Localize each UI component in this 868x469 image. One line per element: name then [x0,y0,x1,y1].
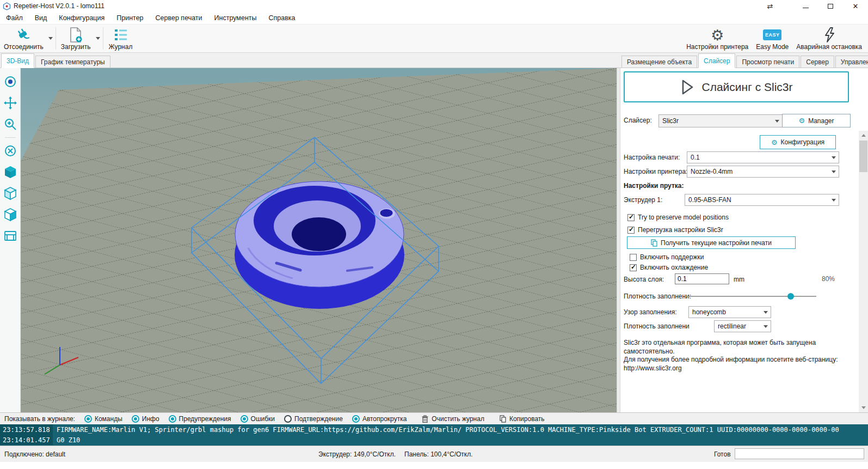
maximize-button[interactable] [818,0,843,12]
solid-pattern-value: rectilinear [718,322,746,330]
copy-log-label: Копировать [509,415,545,423]
tab-slicer[interactable]: Слайсер [698,53,735,68]
preserve-positions-checkbox[interactable] [627,214,635,221]
tab-object-placement[interactable]: Размещение объекта [621,56,697,68]
preserve-positions-row: Try to preserve model positions [627,214,729,221]
menu-view[interactable]: Вид [29,12,53,24]
menu-printer[interactable]: Принтер [110,12,149,24]
log-output[interactable]: 23:13:57.818 FIRMWARE_NAME:Marlin V1; Sp… [0,424,868,446]
manager-button[interactable]: ⚙ Manager [782,114,851,127]
scroll-up-icon[interactable] [859,131,868,140]
enable-support-checkbox[interactable] [630,254,637,261]
warnings-label: Предупреждения [179,415,231,423]
menu-file[interactable]: Файл [0,12,29,24]
load-menu-arrow[interactable] [95,25,102,52]
print-setting-dropdown[interactable]: 0.1 [687,151,839,163]
close-button[interactable]: ✕ [843,0,868,12]
move-view-icon[interactable] [2,95,19,111]
ack-toggle-icon[interactable] [284,415,292,423]
disconnect-menu-arrow[interactable] [47,25,54,52]
easy-mode-button[interactable]: EASY Easy Mode [752,25,792,52]
log-filter-label: Показывать в журнале: [4,415,75,423]
menu-tools[interactable]: Инструменты [208,12,263,24]
toggle-warnings[interactable]: Предупреждения [169,415,231,423]
log-message: G0 Z10 [53,436,80,444]
journal-button[interactable]: Журнал [104,25,137,52]
log-message: FIRMWARE_NAME:Marlin V1; Sprinter/grbl m… [53,426,839,434]
menu-config[interactable]: Конфигурация [53,12,110,24]
menu-print-server[interactable]: Сервер печати [150,12,208,24]
panel-scrollbar[interactable] [859,131,868,412]
zoom-icon[interactable] [2,116,19,132]
3d-viewport[interactable] [0,68,617,412]
minimize-button[interactable] [793,0,818,12]
autoscroll-toggle-icon[interactable] [352,415,360,423]
slic3r-info-line1: Slic3r это отдельная программа, которая … [624,339,865,356]
layer-height-input[interactable] [675,273,729,284]
infill-density-slider-track[interactable] [688,296,816,297]
slicer-dropdown[interactable]: Slic3r [658,114,783,127]
printer-settings-button[interactable]: ⚙ Настройки принтера [682,25,752,52]
toggle-info[interactable]: Инфо [132,415,159,423]
emergency-stop-button[interactable]: Аварийная остановка [792,25,866,52]
3d-scene[interactable] [21,68,617,412]
tab-server[interactable]: Сервер [801,56,834,68]
bottom-view-cube-icon[interactable] [2,206,19,223]
printer-setting-dropdown[interactable]: Nozzle-0.4mm [687,166,839,178]
toggle-autoscroll[interactable]: Автопрокрутка [352,415,407,423]
solid-pattern-dropdown[interactable]: rectilinear [714,320,771,332]
print-setting-value: 0.1 [691,154,700,161]
infill-pattern-label: Узор заполнения: [624,308,677,316]
commands-toggle-icon[interactable] [84,415,92,423]
infill-density-slider-thumb[interactable] [787,293,794,300]
infill-pattern-dropdown[interactable]: honeycomb [688,306,771,318]
info-toggle-icon[interactable] [132,415,139,423]
errors-toggle-icon[interactable] [241,415,248,423]
override-slic3r-checkbox[interactable] [627,227,635,234]
bottom-strip [0,462,868,469]
configuration-button[interactable]: ⚙ Конфигурация [760,135,836,149]
model-object[interactable] [235,181,404,309]
reset-view-icon[interactable] [2,143,19,159]
print-bed-icon[interactable] [2,228,19,244]
disconnect-button[interactable]: Отсоединить [0,25,47,52]
toggle-commands[interactable]: Команды [84,415,122,423]
tab-temperature-graph[interactable]: График температуры [35,56,110,68]
load-button[interactable]: Загрузить [57,25,95,52]
copy-log-button[interactable]: Копировать [500,415,545,423]
menu-help[interactable]: Справка [263,12,301,24]
enable-cooling-checkbox[interactable] [630,264,637,271]
slic3r-info-line2: Для получения более подробной информации… [624,356,865,364]
rotate-view-icon[interactable] [2,74,19,90]
app-logo-icon [3,2,11,10]
load-label: Загрузить [61,43,91,51]
enable-support-row: Включить поддержки [630,253,704,261]
panel-splitter[interactable] [617,68,620,412]
isometric-view-cube-icon[interactable] [2,164,19,180]
printer-settings-label: Настройки принтера [686,43,748,51]
tab-control[interactable]: Управление [835,56,868,68]
toggle-ack[interactable]: Подтверждение [284,415,343,423]
arrange-windows-icon[interactable]: ⇄ [759,2,781,10]
warnings-toggle-icon[interactable] [169,415,176,423]
slic3r-info-link[interactable]: http://www.slic3r.org [624,364,865,373]
layer-height-unit: mm [734,276,744,283]
enable-cooling-label: Включить охлаждение [640,264,708,271]
log-timestamp: 23:13:57.818 [0,424,53,435]
slice-button[interactable]: Слайсинг с Slic3r [624,71,849,102]
scrollbar-thumb[interactable] [859,141,867,172]
window-title: Repetier-Host V2.0.1 - lomo111 [14,2,104,10]
toolbar-separator [56,27,56,50]
printer-setting-label: Настройки принтера: [624,168,687,175]
clear-log-button[interactable]: Очистить журнал [422,415,484,423]
scroll-down-icon[interactable] [859,403,868,412]
easy-badge: EASY [763,29,781,40]
tab-3d-view[interactable]: 3D-Вид [1,53,34,68]
infill-percent-value: 80% [822,275,835,283]
front-view-cube-icon[interactable] [2,185,19,202]
preserve-positions-label: Try to preserve model positions [638,214,729,221]
extruder-dropdown[interactable]: 0.95-ABS-FAN [685,194,839,206]
fetch-settings-button[interactable]: Получить текущие настройки печати [627,236,796,249]
toggle-errors[interactable]: Ошибки [241,415,275,423]
tab-print-preview[interactable]: Просмотр печати [736,56,799,68]
